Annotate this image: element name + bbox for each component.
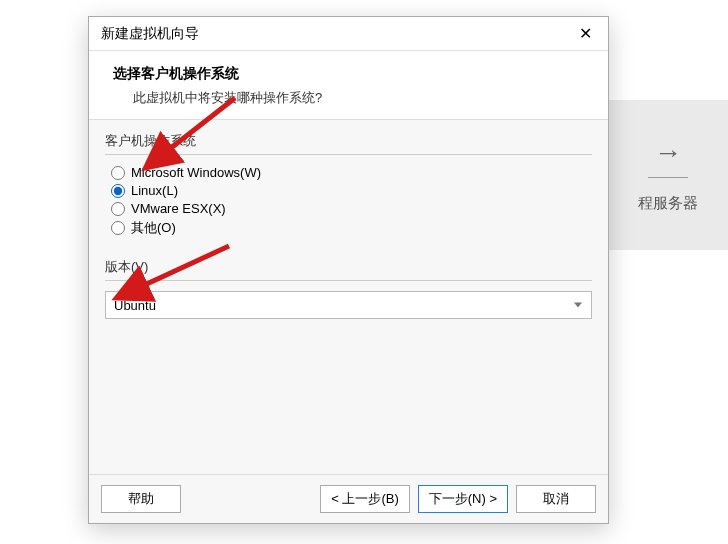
dialog-footer: 帮助 < 上一步(B) 下一步(N) > 取消 xyxy=(89,474,608,523)
radio-windows-input[interactable] xyxy=(111,166,125,180)
radio-linux-label: Linux(L) xyxy=(131,183,178,198)
guest-os-options: Microsoft Windows(W) Linux(L) VMware ESX… xyxy=(105,154,592,244)
dialog-titlebar: 新建虚拟机向导 ✕ xyxy=(89,17,608,51)
radio-other-input[interactable] xyxy=(111,221,125,235)
guest-os-group: 客户机操作系统 Microsoft Windows(W) Linux(L) VM… xyxy=(105,132,592,244)
cancel-button[interactable]: 取消 xyxy=(516,485,596,513)
version-group-label: 版本(V) xyxy=(105,258,592,276)
version-group: 版本(V) Ubuntu xyxy=(105,258,592,319)
dialog-title: 新建虚拟机向导 xyxy=(101,25,199,43)
radio-windows[interactable]: Microsoft Windows(W) xyxy=(111,165,586,180)
arrow-right-icon: → xyxy=(654,137,682,169)
radio-windows-label: Microsoft Windows(W) xyxy=(131,165,261,180)
radio-esx[interactable]: VMware ESX(X) xyxy=(111,201,586,216)
header-subtitle: 此虚拟机中将安装哪种操作系统? xyxy=(113,89,584,107)
bg-panel-label: 程服务器 xyxy=(638,194,698,213)
guest-os-group-label: 客户机操作系统 xyxy=(105,132,592,150)
header-title: 选择客户机操作系统 xyxy=(113,65,584,83)
next-button[interactable]: 下一步(N) > xyxy=(418,485,508,513)
radio-other[interactable]: 其他(O) xyxy=(111,219,586,237)
back-button[interactable]: < 上一步(B) xyxy=(320,485,410,513)
radio-linux-input[interactable] xyxy=(111,184,125,198)
new-vm-wizard-dialog: 新建虚拟机向导 ✕ 选择客户机操作系统 此虚拟机中将安装哪种操作系统? 客户机操… xyxy=(88,16,609,524)
background-right-panel: → 程服务器 xyxy=(608,100,728,250)
divider xyxy=(648,177,688,178)
radio-linux[interactable]: Linux(L) xyxy=(111,183,586,198)
version-select[interactable]: Ubuntu xyxy=(105,291,592,319)
dialog-content: 客户机操作系统 Microsoft Windows(W) Linux(L) VM… xyxy=(89,120,608,474)
dialog-header: 选择客户机操作系统 此虚拟机中将安装哪种操作系统? xyxy=(89,51,608,120)
version-select-wrap[interactable]: Ubuntu xyxy=(105,291,592,319)
radio-esx-input[interactable] xyxy=(111,202,125,216)
help-button[interactable]: 帮助 xyxy=(101,485,181,513)
radio-other-label: 其他(O) xyxy=(131,219,176,237)
close-icon[interactable]: ✕ xyxy=(571,22,600,45)
radio-esx-label: VMware ESX(X) xyxy=(131,201,226,216)
